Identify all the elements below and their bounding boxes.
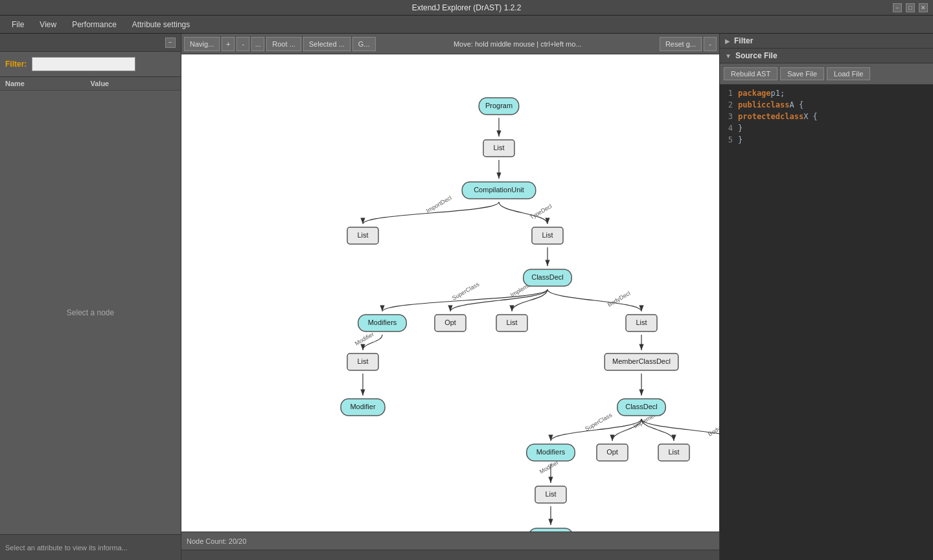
ast-node[interactable]: List xyxy=(496,315,527,331)
filter-section-header[interactable]: ▶ Filter xyxy=(720,34,933,49)
toolbar: Navig... + - ... Root ... Selected ... G… xyxy=(181,34,719,54)
code-line: 1package p1; xyxy=(722,87,930,99)
code-editor[interactable]: 1package p1;2public class A {3 protected… xyxy=(720,85,933,560)
status-bar: Node Count: 20/20 xyxy=(181,532,719,550)
filter-area: Filter: xyxy=(0,52,181,77)
ast-node[interactable]: List xyxy=(626,315,657,331)
line-number: 3 xyxy=(722,111,733,122)
ast-node-label: Program xyxy=(485,102,513,109)
g-button[interactable]: G... xyxy=(352,37,376,51)
root-button[interactable]: Root ... xyxy=(266,37,301,51)
filter-expand-arrow: ▶ xyxy=(725,38,730,45)
filter-input[interactable] xyxy=(32,57,135,71)
ast-node-label: Modifiers xyxy=(368,319,397,326)
ast-node-label: ClassDecl xyxy=(531,273,564,281)
ast-node-label: List xyxy=(506,319,517,326)
code-token: class xyxy=(780,111,803,122)
ast-node[interactable]: List xyxy=(347,353,378,370)
line-number: 1 xyxy=(722,87,733,99)
center-panel: Navig... + - ... Root ... Selected ... G… xyxy=(181,34,719,560)
ast-node-label: ClassDecl xyxy=(625,403,658,410)
ast-node-label: List xyxy=(668,448,679,456)
graph-area[interactable]: ImportDeclTypeDeclSuperClassImplementsBo… xyxy=(181,54,719,532)
ast-node[interactable]: List xyxy=(658,444,689,461)
ast-graph: ImportDeclTypeDeclSuperClassImplementsBo… xyxy=(181,54,719,532)
left-panel-collapse-button[interactable]: − xyxy=(165,38,176,48)
ast-node[interactable]: Program xyxy=(479,98,519,115)
ast-node-label: List xyxy=(545,490,556,498)
ast-node[interactable]: ClassDecl xyxy=(617,399,666,416)
ast-node[interactable]: Opt xyxy=(435,315,466,331)
ast-node[interactable]: Modifier xyxy=(529,528,573,532)
add-button[interactable]: + xyxy=(222,37,235,51)
ast-node-label: Modifiers xyxy=(536,448,566,456)
ast-node[interactable]: List xyxy=(535,486,566,503)
ast-edge-label: BodyDecl xyxy=(707,420,719,438)
ast-node[interactable]: Modifiers xyxy=(358,315,407,331)
save-file-button[interactable]: Save File xyxy=(780,67,824,80)
ast-node[interactable]: Modifier xyxy=(341,399,385,416)
load-file-button[interactable]: Load File xyxy=(827,67,870,80)
filter-section-title: Filter xyxy=(734,36,753,45)
ast-node[interactable]: Opt xyxy=(597,444,628,461)
code-token: X { xyxy=(803,111,818,122)
ast-node[interactable]: ClassDecl xyxy=(524,269,572,286)
minimize-button[interactable]: − xyxy=(893,3,902,12)
menubar: File View Performance Attribute settings xyxy=(0,16,933,34)
menu-view[interactable]: View xyxy=(33,18,63,31)
reset-button[interactable]: Reset g... xyxy=(660,37,702,51)
select-node-text: Select a node xyxy=(67,308,114,317)
ast-node-label: Opt xyxy=(606,448,618,456)
ast-edge-label: Modifier xyxy=(354,331,375,347)
code-token: protected xyxy=(738,111,780,122)
ast-node[interactable]: List xyxy=(483,140,514,157)
menu-attribute-settings[interactable]: Attribute settings xyxy=(126,18,196,31)
horizontal-scrollbar[interactable] xyxy=(181,550,719,560)
ast-node[interactable]: Modifiers xyxy=(527,444,575,461)
selected-button[interactable]: Selected ... xyxy=(303,37,351,51)
code-line: 2public class A { xyxy=(722,99,930,111)
ast-edge-label: Modifier xyxy=(538,459,560,475)
ast-node-label: List xyxy=(357,231,368,239)
window-controls[interactable]: − □ ✕ xyxy=(893,3,928,12)
menu-file[interactable]: File xyxy=(5,18,30,31)
ast-node-label: CompilationUnit xyxy=(474,186,524,194)
remove-button[interactable]: - xyxy=(236,37,249,51)
node-count-label: Node Count: xyxy=(187,537,227,545)
ast-node[interactable]: CompilationUnit xyxy=(462,182,536,199)
source-file-buttons: Rebuild AST Save File Load File xyxy=(720,63,933,85)
code-line: 5} xyxy=(722,134,930,146)
close-button[interactable]: ✕ xyxy=(919,3,928,12)
code-line: 4 } xyxy=(722,122,930,134)
svg-rect-20 xyxy=(529,528,573,532)
source-file-section-header[interactable]: ▼ Source File xyxy=(720,49,933,63)
attribute-info-text: Select an attribute to view its informa.… xyxy=(5,544,128,552)
left-bottom-bar: Select an attribute to view its informa.… xyxy=(0,534,181,560)
code-token: package xyxy=(738,87,771,99)
right-minus-button[interactable]: - xyxy=(704,37,717,51)
rebuild-ast-button[interactable]: Rebuild AST xyxy=(724,67,778,80)
ast-node[interactable]: List xyxy=(532,227,563,244)
source-file-content: Rebuild AST Save File Load File 1package… xyxy=(720,63,933,560)
left-panel: − Filter: Name Value Select a node Selec… xyxy=(0,34,181,560)
select-node-area: Select a node xyxy=(0,91,181,534)
maximize-button[interactable]: □ xyxy=(906,3,915,12)
ast-node-label: List xyxy=(542,231,553,239)
ast-node[interactable]: List xyxy=(347,227,378,244)
column-name-header: Name xyxy=(5,80,91,87)
columns-header: Name Value xyxy=(0,77,181,91)
node-count-value: 20/20 xyxy=(229,537,247,545)
title-text: ExtendJ Explorer (DrAST) 1.2.2 xyxy=(412,3,522,12)
filter-label: Filter: xyxy=(5,60,27,69)
code-token: class xyxy=(766,99,789,111)
menu-performance[interactable]: Performance xyxy=(65,18,123,31)
more-button[interactable]: ... xyxy=(251,37,264,51)
code-token: p1; xyxy=(771,87,785,99)
code-token: public xyxy=(738,99,766,111)
ast-node[interactable]: MemberClassDecl xyxy=(605,353,678,370)
navigate-button[interactable]: Navig... xyxy=(184,37,220,51)
line-number: 4 xyxy=(722,122,733,134)
ast-node-label: Modifier xyxy=(350,403,375,410)
ast-edge-label: SuperClass xyxy=(584,412,614,432)
move-hint: Move: hold middle mouse | ctrl+left mo..… xyxy=(378,40,658,48)
